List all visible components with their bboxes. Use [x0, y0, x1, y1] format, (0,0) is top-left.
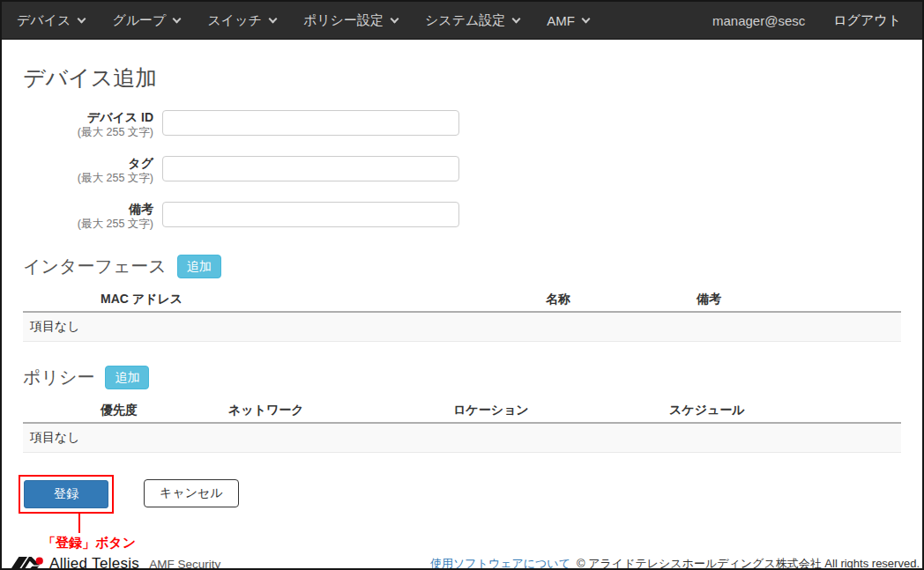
nav-item-device[interactable]: デバイス — [5, 2, 96, 39]
policies-title: ポリシー — [23, 366, 94, 389]
device-id-label-text: デバイス ID — [23, 110, 153, 126]
main-content: デバイス追加 デバイス ID (最大 255 文字) タグ (最大 255 文字… — [2, 40, 922, 551]
logout-button[interactable]: ログアウト — [817, 2, 922, 39]
page-title: デバイス追加 — [23, 63, 901, 93]
logged-in-user: manager@sesc — [700, 2, 817, 39]
annotation-highlight-box: 登録 — [19, 475, 114, 514]
tag-hint: (最大 255 文字) — [23, 172, 153, 186]
nav-item-group[interactable]: グループ — [101, 2, 191, 39]
cancel-button[interactable]: キャンセル — [144, 479, 239, 507]
tag-label: タグ (最大 255 文字) — [23, 156, 153, 185]
column-header-network: ネットワーク — [228, 403, 304, 418]
tag-label-text: タグ — [23, 156, 153, 172]
product-name: AMF Security — [149, 558, 220, 570]
device-id-hint: (最大 255 文字) — [23, 126, 153, 140]
add-interface-button[interactable]: 追加 — [177, 255, 221, 278]
add-policy-button[interactable]: 追加 — [105, 366, 149, 389]
note-label-text: 備考 — [23, 202, 153, 218]
top-navbar: デバイス グループ スイッチ ポリシー設定 システム設定 AMF — [2, 2, 922, 40]
brand-name: Allied Telesis — [49, 555, 139, 570]
interfaces-title: インターフェース — [23, 255, 167, 278]
nav-menu: デバイス グループ スイッチ ポリシー設定 システム設定 AMF — [2, 2, 700, 39]
action-buttons-row: 登録 「登録」ボタン キャンセル — [23, 475, 901, 551]
nav-item-label: スイッチ — [207, 12, 261, 29]
nav-item-policy-settings[interactable]: ポリシー設定 — [292, 2, 409, 39]
note-hint: (最大 255 文字) — [23, 218, 153, 232]
policies-empty-row: 項目なし — [23, 424, 901, 453]
column-header-schedule: スケジュール — [669, 403, 745, 418]
note-field[interactable] — [162, 202, 459, 227]
copyright-text: © アライドテレシスホールディングス株式会社 All rights reserv… — [577, 556, 920, 570]
annotation-label: 「登録」ボタン — [42, 535, 136, 551]
brand-block: Allied Telesis AMF Security — [9, 555, 220, 570]
policies-section-header: ポリシー 追加 — [23, 366, 901, 389]
column-header-name: 名称 — [546, 292, 570, 307]
nav-item-label: グループ — [112, 12, 166, 29]
device-id-field[interactable] — [162, 110, 459, 136]
column-header-priority: 優先度 — [101, 403, 138, 418]
nav-right: manager@sesc ログアウト — [700, 2, 922, 39]
chevron-down-icon — [173, 14, 182, 23]
interfaces-table-header: MAC アドレス 名称 備考 — [23, 289, 901, 313]
app-window: デバイス グループ スイッチ ポリシー設定 システム設定 AMF — [0, 0, 924, 570]
form-row-tag: タグ (最大 255 文字) — [23, 156, 901, 185]
note-label: 備考 (最大 255 文字) — [23, 202, 153, 231]
column-header-mac-address: MAC アドレス — [101, 292, 183, 307]
nav-item-label: システム設定 — [425, 12, 505, 29]
policies-table-header: 優先度 ネットワーク ロケーション スケジュール — [23, 400, 901, 424]
submit-annotation-group: 登録 「登録」ボタン — [23, 475, 136, 551]
footer-right: 使用ソフトウェアについて © アライドテレシスホールディングス株式会社 All … — [430, 556, 920, 570]
software-info-link[interactable]: 使用ソフトウェアについて — [430, 556, 570, 570]
chevron-down-icon — [390, 14, 399, 23]
form-row-note: 備考 (最大 255 文字) — [23, 202, 901, 231]
tag-field[interactable] — [162, 156, 459, 181]
nav-item-label: AMF — [547, 13, 575, 28]
nav-item-system-settings[interactable]: システム設定 — [414, 2, 531, 39]
form-row-device-id: デバイス ID (最大 255 文字) — [23, 110, 901, 139]
register-button[interactable]: 登録 — [24, 480, 108, 508]
nav-item-amf[interactable]: AMF — [535, 2, 600, 39]
chevron-down-icon — [512, 14, 521, 23]
allied-telesis-logo-icon — [9, 555, 44, 570]
interfaces-empty-row: 項目なし — [23, 313, 901, 342]
chevron-down-icon — [78, 14, 86, 23]
column-header-location: ロケーション — [453, 403, 529, 418]
nav-item-label: デバイス — [17, 12, 71, 29]
footer: Allied Telesis AMF Security 使用ソフトウェアについて… — [2, 551, 922, 570]
device-id-label: デバイス ID (最大 255 文字) — [23, 110, 153, 139]
nav-item-switch[interactable]: スイッチ — [196, 2, 287, 39]
interfaces-section-header: インターフェース 追加 — [23, 255, 901, 278]
annotation-callout-line — [78, 514, 80, 533]
chevron-down-icon — [582, 14, 591, 23]
column-header-note: 備考 — [697, 292, 721, 307]
chevron-down-icon — [268, 14, 277, 23]
nav-item-label: ポリシー設定 — [303, 12, 384, 29]
